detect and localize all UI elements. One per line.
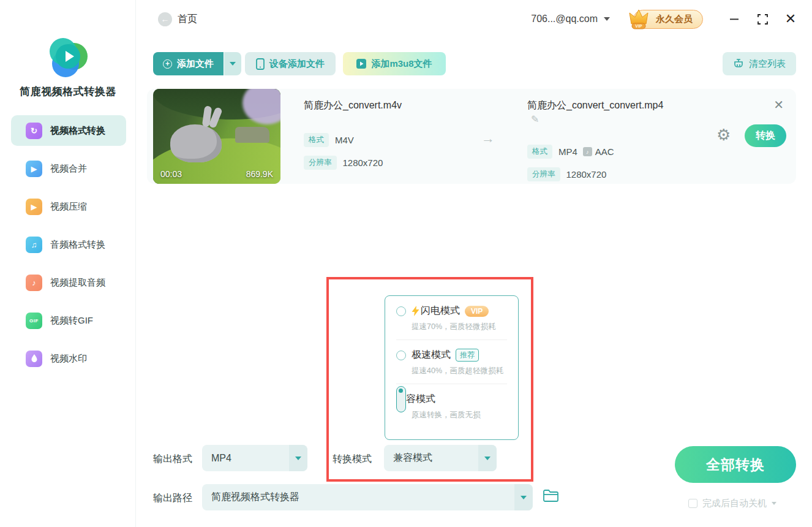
clear-list-button[interactable]: 清空列表 [723,52,796,75]
target-resolution-value: 1280x720 [566,169,607,180]
mode-option-desc: 提速40%，画质超轻微损耗 [412,366,507,376]
lightning-icon [412,306,419,316]
mode-option-compatible[interactable]: 兼容模式 原速转换，画质无损 [396,384,507,428]
output-path-value: 简鹿视频格式转换器 [202,491,514,504]
sidebar-item-video-watermark[interactable]: 视频水印 [11,343,126,374]
auto-shutdown-option[interactable]: 完成后自动关机 [688,498,776,509]
video-thumbnail[interactable]: 00:03 869.9K [153,89,280,184]
chevron-down-icon[interactable] [772,502,776,505]
target-file-name: 简鹿办公_convert_convert.mp4 [527,100,663,110]
source-resolution-value: 1280x720 [343,157,383,168]
add-m3u8-button[interactable]: 添加m3u8文件 [343,52,446,75]
target-file-info: 简鹿办公_convert_convert.mp4 ✎ 格式 MP4 ♪ AAC … [527,97,665,181]
checkbox-unchecked-icon[interactable] [688,499,697,508]
source-format-value: M4V [335,135,354,145]
add-file-button[interactable]: + 添加文件 [153,52,224,75]
target-format-value: MP4 [558,146,577,157]
sidebar-item-label: 音频格式转换 [50,239,105,251]
vip-option-badge: VIP [465,306,489,317]
plus-icon: + [163,59,172,69]
broom-icon [733,58,744,69]
sidebar-item-label: 视频转GIF [50,315,93,327]
mode-option-label: 闪电模式 [421,305,460,317]
video-size: 869.9K [246,169,273,179]
audio-codec-icon: ♪ [583,147,592,156]
sidebar: 简鹿视频格式转换器 ↻ 视频格式转换 ▶ 视频合并 ▶ 视频压缩 ♫ 音频格式转… [0,0,136,527]
target-audio-codec: AAC [595,146,614,157]
auto-shutdown-label: 完成后自动关机 [702,498,767,509]
mode-option-fast[interactable]: 极速模式 推荐 提速40%，画质超轻微损耗 [396,340,507,384]
sidebar-item-label: 视频合并 [50,163,87,175]
output-format-label: 输出格式 [153,453,192,466]
mode-option-label: 极速模式 [412,349,451,362]
sidebar-item-label: 视频提取音频 [50,277,105,289]
radio-unchecked-icon[interactable] [396,351,406,360]
sidebar-item-audio-format-convert[interactable]: ♫ 音频格式转换 [11,229,126,260]
sidebar-menu: ↻ 视频格式转换 ▶ 视频合并 ▶ 视频压缩 ♫ 音频格式转换 ♪ 视频提取音频… [11,115,126,381]
convert-arrow-icon: → [481,131,495,146]
mode-option-desc: 原速转换，画质无损 [412,410,507,420]
format-tag: 格式 [304,133,329,147]
convert-all-button[interactable]: 全部转换 [675,446,796,483]
mode-option-lightning[interactable]: 闪电模式 VIP 提速70%，画质轻微损耗 [396,296,507,340]
file-row: 00:03 869.9K 简鹿办公_convert.m4v 格式 M4V 分辨率… [147,89,796,184]
clear-list-label: 清空列表 [749,58,786,70]
add-from-device-button[interactable]: 设备添加文件 [245,52,336,75]
settings-gear-icon[interactable]: ⚙ [716,126,731,145]
output-path-label: 输出路径 [153,492,192,505]
audio-convert-icon: ♫ [26,237,42,253]
sidebar-item-video-compress[interactable]: ▶ 视频压缩 [11,191,126,222]
chevron-down-icon[interactable] [514,484,533,510]
resolution-tag: 分辨率 [527,167,560,181]
video-duration: 00:03 [160,169,182,179]
add-file-button-group: + 添加文件 [153,52,241,75]
app-title: 简鹿视频格式转换器 [0,85,136,99]
add-file-label: 添加文件 [177,58,214,70]
output-format-select[interactable]: MP4 [202,445,307,471]
convert-mode-popup: 闪电模式 VIP 提速70%，画质轻微损耗 极速模式 推荐 提速40%，画质超轻… [385,295,519,440]
m3u8-file-icon [356,59,366,69]
main-content: + 添加文件 设备添加文件 添加m3u8文件 清空列表 [136,0,812,527]
video-convert-icon: ↻ [26,123,42,139]
mode-option-desc: 提速70%，画质轻微损耗 [412,322,507,332]
phone-icon [256,58,265,70]
chevron-down-icon[interactable] [289,445,307,471]
resolution-tag: 分辨率 [304,156,337,170]
sidebar-item-label: 视频格式转换 [50,125,105,137]
convert-mode-label: 转换模式 [333,453,372,466]
output-path-select[interactable]: 简鹿视频格式转换器 [202,484,533,510]
video-merge-icon: ▶ [26,161,42,177]
output-format-value: MP4 [202,453,289,464]
format-tag: 格式 [527,145,552,159]
app-logo-icon [48,38,88,77]
video-watermark-icon [26,351,42,367]
source-file-info: 简鹿办公_convert.m4v 格式 M4V 分辨率 1280x720 [304,97,457,170]
edit-name-icon[interactable]: ✎ [531,114,539,124]
browse-folder-icon[interactable] [543,488,559,506]
sidebar-item-video-format-convert[interactable]: ↻ 视频格式转换 [11,115,126,146]
sidebar-item-video-to-gif[interactable]: GIF 视频转GIF [11,305,126,336]
remove-file-icon[interactable]: ✕ [773,99,784,111]
add-file-dropdown-button[interactable] [224,52,241,75]
add-m3u8-label: 添加m3u8文件 [371,58,432,70]
sidebar-item-video-merge[interactable]: ▶ 视频合并 [11,153,126,184]
radio-checked-icon[interactable] [396,386,406,412]
convert-mode-select[interactable]: 兼容模式 [384,445,497,471]
sidebar-item-extract-audio[interactable]: ♪ 视频提取音频 [11,267,126,298]
recommended-badge: 推荐 [456,349,479,362]
extract-audio-icon: ♪ [26,275,42,291]
convert-mode-value: 兼容模式 [384,452,478,464]
video-compress-icon: ▶ [26,199,42,215]
add-from-device-label: 设备添加文件 [269,58,325,70]
sidebar-item-label: 视频水印 [50,353,87,365]
source-file-name: 简鹿办公_convert.m4v [304,97,457,113]
chevron-down-icon[interactable] [478,445,497,471]
video-to-gif-icon: GIF [26,313,42,329]
radio-unchecked-icon[interactable] [396,306,406,316]
convert-button[interactable]: 转换 [745,124,786,147]
sidebar-item-label: 视频压缩 [50,201,87,213]
